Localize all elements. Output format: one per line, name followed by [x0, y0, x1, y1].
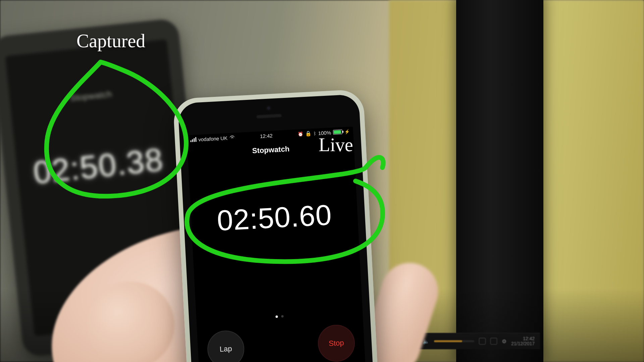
captured-app-title: Stopwatch [10, 82, 172, 110]
lap-button[interactable]: Lap [207, 329, 246, 362]
stopwatch-time: 02:50.60 [191, 197, 359, 239]
lock-orientation-icon: 🔒 [305, 130, 312, 137]
page-dot [281, 315, 283, 317]
lap-button-label: Lap [219, 344, 232, 354]
captured-stopwatch-time: 02:50.38 [16, 139, 181, 193]
stop-button[interactable]: Stop [317, 324, 356, 362]
earpiece [256, 114, 282, 119]
annotation-live-label: Live [319, 134, 353, 156]
bluetooth-icon: ᛒ [313, 131, 316, 136]
stop-button-label: Stop [329, 339, 344, 348]
annotation-captured-label: Captured [76, 30, 145, 52]
carrier-label: vodafone UK [198, 135, 228, 142]
phone-display: vodafone UK 12:42 ⏰ 🔒 ᛒ 100% ⚡ Stopwatch… [187, 127, 366, 362]
front-camera [267, 106, 271, 110]
live-phone: vodafone UK 12:42 ⏰ 🔒 ᛒ 100% ⚡ Stopwatch… [173, 89, 380, 362]
status-clock: 12:42 [260, 133, 273, 139]
alarm-icon: ⏰ [298, 131, 303, 137]
signal-icon [190, 137, 197, 142]
photo-scene: Stopwatch 02:50.38 🔈 ⚙ 12:42 21/12/2017 [0, 0, 644, 362]
page-dot-active [275, 315, 278, 318]
page-dots [197, 311, 363, 322]
charging-icon: ⚡ [344, 129, 350, 134]
wifi-icon [229, 135, 235, 140]
